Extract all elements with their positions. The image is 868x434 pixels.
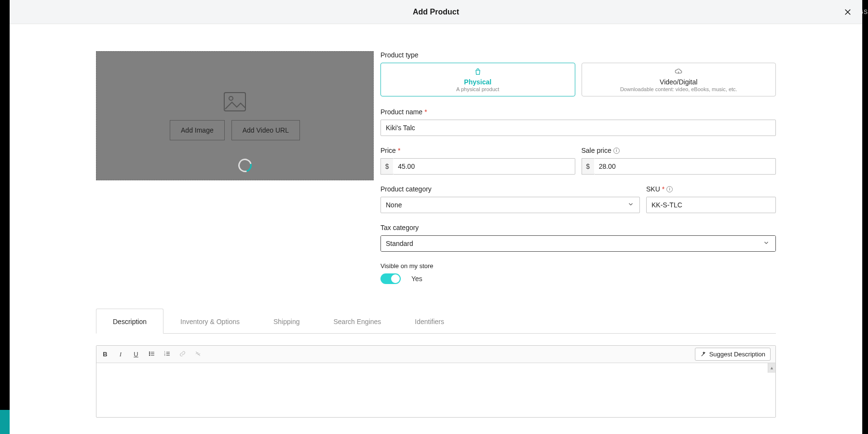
product-type-digital[interactable]: Video/Digital Downloadable content: vide… <box>582 63 776 96</box>
modal-title: Add Product <box>413 8 459 16</box>
underline-button[interactable]: U <box>132 351 140 358</box>
tab-search-engines[interactable]: Search Engines <box>316 309 398 334</box>
bold-button[interactable]: B <box>101 351 109 358</box>
cloud-download-icon <box>586 68 772 77</box>
link-button[interactable] <box>178 351 186 358</box>
currency-symbol: $ <box>582 158 594 175</box>
loading-spinner-icon <box>236 156 254 175</box>
unordered-list-button[interactable] <box>148 351 155 358</box>
list-ul-icon <box>149 351 155 357</box>
product-category-label: Product category <box>380 185 640 193</box>
bag-icon <box>385 68 571 77</box>
product-name-label-text: Product name <box>380 108 422 116</box>
sale-price-label-text: Sale price <box>582 147 611 154</box>
svg-point-2 <box>149 352 150 353</box>
svg-point-6 <box>149 354 150 355</box>
sale-price-input[interactable] <box>594 158 776 175</box>
add-image-button[interactable]: Add Image <box>170 120 225 140</box>
suggest-description-label: Suggest Description <box>709 351 765 358</box>
media-upload-area[interactable]: Add Image Add Video URL <box>96 51 374 180</box>
scroll-up-button[interactable]: ▲ <box>768 363 775 373</box>
modal-header: Add Product <box>10 0 862 24</box>
product-tabs: Description Inventory & Options Shipping… <box>96 308 776 334</box>
ordered-list-button[interactable]: 123 <box>163 351 171 358</box>
italic-button[interactable]: I <box>117 351 124 358</box>
sku-label: SKU * i <box>646 185 776 193</box>
type-physical-sub: A physical product <box>385 86 571 92</box>
info-icon[interactable]: i <box>666 186 673 192</box>
close-button[interactable] <box>842 6 854 18</box>
unlink-icon <box>195 351 201 357</box>
editor-toolbar: B I U 123 <box>96 346 775 363</box>
list-ol-icon: 123 <box>164 351 170 357</box>
visible-toggle[interactable] <box>380 273 401 284</box>
description-editor: B I U 123 <box>96 345 776 418</box>
suggest-description-button[interactable]: Suggest Description <box>695 348 771 361</box>
magic-wand-icon <box>700 351 706 357</box>
add-video-url-button[interactable]: Add Video URL <box>231 120 300 140</box>
background-right-strip <box>863 0 868 434</box>
visible-value: Yes <box>411 275 422 283</box>
required-asterisk: * <box>424 108 427 116</box>
price-label-text: Price <box>380 147 396 154</box>
required-asterisk: * <box>662 185 665 193</box>
product-category-select[interactable] <box>380 197 640 213</box>
add-product-modal: Add Product Add Image Add Video URL <box>10 0 862 434</box>
unlink-button[interactable] <box>194 351 202 358</box>
editor-textarea[interactable]: ▲ <box>96 363 775 416</box>
type-physical-title: Physical <box>385 78 571 86</box>
info-icon[interactable]: i <box>613 148 620 154</box>
svg-point-1 <box>229 96 233 100</box>
required-asterisk: * <box>398 147 400 154</box>
product-name-label: Product name * <box>380 108 776 116</box>
product-type-physical[interactable]: Physical A physical product <box>380 63 575 96</box>
price-input[interactable] <box>393 158 575 175</box>
sale-price-label: Sale price i <box>582 147 776 154</box>
tab-description[interactable]: Description <box>96 309 163 334</box>
close-icon <box>843 8 852 16</box>
modal-body: Add Image Add Video URL Product type Phy… <box>10 24 862 434</box>
link-icon <box>179 351 186 357</box>
product-name-input[interactable] <box>380 120 776 136</box>
sku-label-text: SKU <box>646 185 660 193</box>
currency-symbol: $ <box>380 158 393 175</box>
visible-label: Visible on my store <box>380 262 776 270</box>
svg-rect-0 <box>224 93 245 111</box>
tab-identifiers[interactable]: Identifiers <box>398 309 461 334</box>
price-label: Price * <box>380 147 575 154</box>
svg-text:3: 3 <box>164 354 165 356</box>
type-digital-title: Video/Digital <box>586 78 772 86</box>
tab-inventory-options[interactable]: Inventory & Options <box>163 309 257 334</box>
background-left-strip <box>0 0 10 434</box>
sku-input[interactable] <box>646 197 776 213</box>
type-digital-sub: Downloadable content: video, eBooks, mus… <box>586 86 772 92</box>
tax-category-select[interactable] <box>381 236 775 251</box>
tab-shipping[interactable]: Shipping <box>257 309 317 334</box>
image-placeholder-icon <box>223 92 246 113</box>
product-type-label: Product type <box>380 51 776 59</box>
svg-point-4 <box>149 353 150 354</box>
tax-category-label: Tax category <box>380 224 776 231</box>
